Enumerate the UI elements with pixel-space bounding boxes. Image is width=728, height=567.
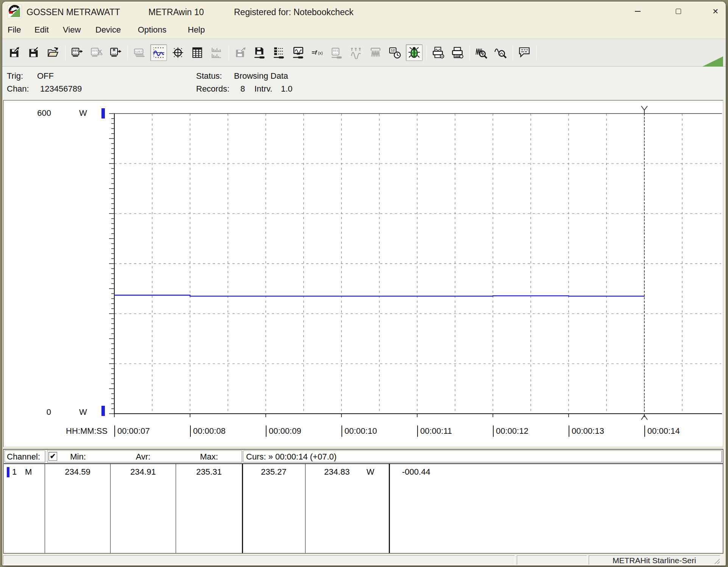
formula-fx-button[interactable]: =f(x) xyxy=(309,44,326,61)
gossen-metrawatt-logo-icon xyxy=(8,5,22,19)
chart-view-button[interactable] xyxy=(150,44,167,61)
svg-text:=f: =f xyxy=(312,50,318,56)
toolbar-separator xyxy=(513,45,513,60)
display-setup-button[interactable] xyxy=(290,44,307,61)
zoom-out-button[interactable] xyxy=(492,44,509,61)
svg-text:321: 321 xyxy=(333,49,338,52)
table-divider xyxy=(176,463,176,553)
x-axis-label: 00:00:07 xyxy=(114,425,150,437)
y-axis-unit-top: W xyxy=(79,108,87,118)
dev321-cut-icon: 321 xyxy=(90,46,103,59)
resize-grip[interactable] xyxy=(713,557,720,564)
histo-icon xyxy=(210,46,223,59)
row-cursor-delta: -000.44 xyxy=(402,467,430,477)
fx-icon: =f(x) xyxy=(311,46,324,59)
print-icon xyxy=(451,46,464,59)
brand-corner-triangle-icon xyxy=(702,56,723,67)
channel1-color-swatch xyxy=(7,467,9,477)
channel1-range-top-marker xyxy=(101,108,105,118)
toolbar-separator xyxy=(536,45,537,60)
print-preview-button[interactable] xyxy=(430,44,446,61)
menu-item-file[interactable]: File xyxy=(8,25,21,35)
channel1-range-bottom-marker xyxy=(101,406,105,416)
window-title-brand: GOSSEN METRAWATT xyxy=(27,7,120,17)
menu-item-device[interactable]: Device xyxy=(95,25,121,35)
save-out-icon xyxy=(8,46,21,59)
save-file-button[interactable] xyxy=(25,44,42,61)
interval-label: Intrv. xyxy=(254,84,272,94)
grid-icon xyxy=(191,46,204,59)
table-divider xyxy=(389,463,390,553)
export-data-button xyxy=(232,44,249,61)
statusbar-panel-middle xyxy=(517,555,587,565)
status-label: Status: xyxy=(196,71,222,81)
x-axis-title: HH:MM:SS xyxy=(56,426,108,436)
print-button[interactable] xyxy=(449,44,466,61)
svg-text:12: 12 xyxy=(391,49,395,53)
zoom-in-button[interactable] xyxy=(473,44,489,61)
devM-read-icon: M xyxy=(109,46,122,59)
toolbar-separator xyxy=(65,45,65,60)
open-file-button[interactable] xyxy=(45,44,61,61)
row-channel-mode: M xyxy=(25,467,32,477)
floppy-share-icon xyxy=(234,46,247,59)
read-device-button[interactable]: 321 xyxy=(69,44,85,61)
row-cursor-start-value: 235.27 xyxy=(251,467,296,477)
menu-item-view[interactable]: View xyxy=(63,25,81,35)
bug-icon xyxy=(408,46,421,59)
cursor-top-handle[interactable] xyxy=(641,106,647,114)
svg-text:321: 321 xyxy=(92,49,98,52)
table-view-button[interactable] xyxy=(189,44,206,61)
minimize-icon xyxy=(635,11,641,12)
histogram-view-button xyxy=(208,44,225,61)
xy-view-button[interactable] xyxy=(170,44,186,61)
col-header-avr: Avr: xyxy=(120,452,166,462)
table-divider xyxy=(110,463,111,553)
wave-dense-icon xyxy=(369,46,382,59)
channel-label: Chan: xyxy=(7,84,29,94)
export-file-button[interactable] xyxy=(6,44,23,61)
header-divider xyxy=(4,463,723,464)
y-axis-min-label: 0 xyxy=(21,407,51,417)
statusbar-panel-main xyxy=(3,555,515,565)
maximize-button[interactable] xyxy=(670,4,687,19)
read-memory-button[interactable]: M xyxy=(107,44,124,61)
toolbar-separator xyxy=(229,45,229,60)
chart-panel[interactable]: 600 W 0 W HH:MM:SS 00:00:0700:00:0800:00… xyxy=(3,100,723,447)
minimize-button[interactable] xyxy=(629,4,646,19)
app-window: GOSSEN METRAWATT METRAwin 10 Registered … xyxy=(2,2,726,565)
comment-button[interactable] xyxy=(516,44,533,61)
menu-item-edit[interactable]: Edit xyxy=(34,25,49,35)
dev321-tool-icon: 321 xyxy=(330,46,343,59)
wave-seg-icon xyxy=(350,46,363,59)
col-header-cursor: Curs: » 00:00:14 (+07.0) xyxy=(246,452,337,462)
multimeter-display-button: 1257 xyxy=(131,44,148,61)
records-value: 8 xyxy=(240,84,245,94)
plot-area[interactable] xyxy=(4,101,723,447)
x-axis-label: 00:00:12 xyxy=(493,425,528,437)
menu-item-options[interactable]: Options xyxy=(138,25,167,35)
debug-button[interactable] xyxy=(406,44,422,61)
table-divider xyxy=(305,463,306,553)
col-header-min: Min: xyxy=(55,452,101,462)
time-setup-button[interactable]: 12 xyxy=(387,44,403,61)
toolbar: 321 321 M 1257=f(x) 321 12 xyxy=(2,39,726,67)
close-button[interactable]: ✕ xyxy=(707,4,724,19)
close-icon: ✕ xyxy=(712,8,719,15)
comment-icon xyxy=(518,46,531,59)
dev321-read-icon: 321 xyxy=(70,46,83,59)
x-axis-label: 00:00:08 xyxy=(190,425,226,437)
trigger-setup-button xyxy=(348,44,365,61)
menu-item-help[interactable]: Help xyxy=(188,25,205,35)
import-data-button[interactable] xyxy=(251,44,268,61)
trigger-value: OFF xyxy=(37,71,54,81)
window-title-app: METRAwin 10 xyxy=(148,7,204,17)
clip-clock-icon: 12 xyxy=(388,46,401,59)
x-axis-label: 00:00:10 xyxy=(341,425,377,437)
device-setup-button: 321 xyxy=(329,44,345,61)
row-max-value: 235.31 xyxy=(186,467,232,477)
x-axis-label: 00:00:14 xyxy=(644,425,680,437)
floppy-tool-icon xyxy=(253,46,266,59)
row-avr-value: 234.91 xyxy=(120,467,166,477)
channel-setup-button[interactable] xyxy=(271,44,287,61)
